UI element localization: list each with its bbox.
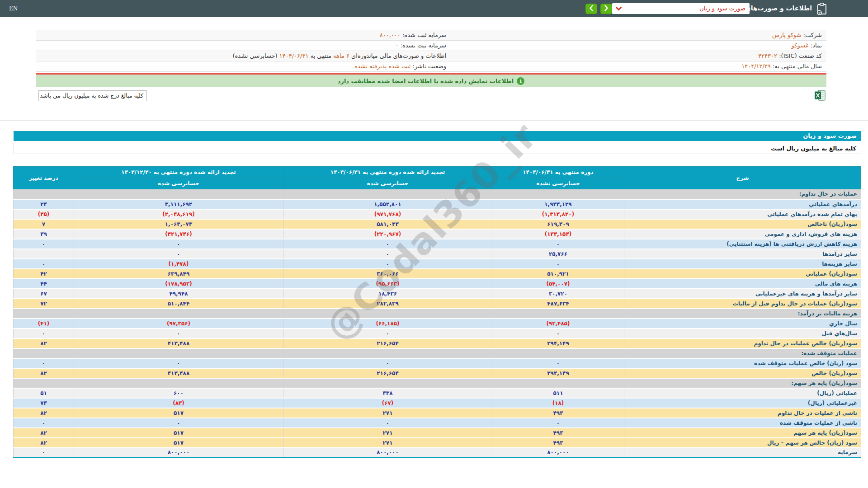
restated-year-value: ۰ xyxy=(74,249,283,259)
row-label: سود (زيان) خالص عمليات متوقف شده xyxy=(624,358,861,368)
pct-change-value: ۴۴ xyxy=(14,279,74,289)
statement-data-row: سود(زيان) ناخالص۶۱۹,۳۰۹۵۸۱,۰۳۳۱,۰۶۳,۰۷۳۷ xyxy=(14,219,861,229)
row-label: ناشي از عمليات در حال تداوم xyxy=(624,408,861,418)
section-empty-cell xyxy=(492,378,624,388)
pct-change-value xyxy=(14,249,74,259)
statement-data-row: درآمدهاي عملياتي۱,۹۳۳,۱۲۹۱,۵۵۲,۸۰۱۳,۱۱۱,… xyxy=(14,199,861,209)
row-label: ساير هزينه‌ها xyxy=(624,259,861,269)
fiscal-year-label: سال مالی منتهی به: xyxy=(773,63,822,70)
pct-change-value: ۵۱ xyxy=(14,388,74,398)
fiscal-year-value: ۱۴۰۴/۱۲/۲۹ xyxy=(741,63,771,70)
statement-data-row: ناشي از عمليات متوقف شده۰۰۰۰ xyxy=(14,418,861,428)
info-row-symbol: نماد: غشوکو سرمایه ثبت نشده: ۰ xyxy=(36,41,826,51)
restated-mid-value: ۰ xyxy=(283,328,492,338)
statement-data-row: غيرعملياتي (ريال)(۱۸)(۶۷)(۸۳)۷۳ xyxy=(14,398,861,408)
section-empty-cell xyxy=(14,189,74,199)
current-period-value: ۲۵,۷۶۶ xyxy=(492,249,624,259)
unregistered-capital-value: ۰ xyxy=(395,42,398,49)
row-label: غيرعملياتي (ريال) xyxy=(624,398,861,408)
company-label: شرکت: xyxy=(803,32,822,38)
section-empty-cell xyxy=(492,189,624,199)
statement-type-selected-value: صورت سود و زیان xyxy=(699,5,745,12)
pct-change-value: ۷ xyxy=(14,219,74,229)
chevron-left-icon xyxy=(589,5,594,13)
restated-year-value: ۰ xyxy=(74,239,283,249)
restated-mid-value: ۲۱۶,۶۵۴ xyxy=(283,338,492,348)
restated-mid-value: ۳۳۸ xyxy=(283,388,492,398)
pct-change-value: ۳۹ xyxy=(14,229,74,239)
restated-year-value: ۵۱۷ xyxy=(74,408,283,418)
current-period-value: (۱۳۴,۱۵۴) xyxy=(492,229,624,239)
restated-mid-value: ۲۷۱ xyxy=(283,428,492,438)
codal-statement-page: اطلاعات و صورت‌های مالی میاندوره‌ای صورت… xyxy=(0,0,868,488)
restated-mid-value: ۱,۵۵۲,۸۰۱ xyxy=(283,199,492,209)
company-cell: شرکت: شوکو پارس xyxy=(451,30,826,40)
statement-unit-note: کلیه مبالغ به میلیون ریال است xyxy=(14,143,861,154)
statement-data-row: بهاي تمام شده درآمدهاي عملياتي(۱,۳۱۳,۸۲۰… xyxy=(14,209,861,219)
restated-mid-value: ۰ xyxy=(283,259,492,269)
section-empty-cell xyxy=(74,378,283,388)
section-empty-cell xyxy=(14,348,74,358)
row-label: سود(زيان) ناخالص xyxy=(624,219,861,229)
restated-year-value: ۴۱۳,۴۸۸ xyxy=(74,368,283,378)
column-header-restated-mid: تجدید ارائه شده دوره منتهی به ۱۴۰۳/۰۶/۳۱ xyxy=(283,167,492,178)
statement-data-row: ساير درآمدها و هزينه هاى غيرعملياتى۳۰,۷۲… xyxy=(14,289,861,299)
restated-year-value: ۳,۱۱۱,۶۹۲ xyxy=(74,199,283,209)
current-period-value: ۸۰۰,۰۰۰ xyxy=(492,448,624,458)
statement-data-row: سود(زيان) خالص۳۹۴,۱۴۹۲۱۶,۶۵۴۴۱۳,۴۸۸۸۲ xyxy=(14,368,861,378)
amounts-unit-note-box: کلیه مبالغ درج شده به میلیون ریال می باش… xyxy=(38,90,147,101)
chevron-right-icon xyxy=(604,5,609,13)
pct-change-value: ۰ xyxy=(14,239,74,249)
restated-mid-value: ۰ xyxy=(283,249,492,259)
pct-change-value: ۲۴ xyxy=(14,199,74,209)
statement-data-row: سال‌هاي قبل۰۰۰۰ xyxy=(14,328,861,338)
pct-change-value: ۸۲ xyxy=(14,408,74,418)
statement-data-row: سود(زيان) عملياتي۵۱۰,۹۲۱۳۶۰,۰۶۶۶۳۹,۸۴۹۴۲ xyxy=(14,269,861,279)
pct-change-value: ۰ xyxy=(14,418,74,428)
section-empty-cell xyxy=(492,348,624,358)
restated-mid-value: ۲۷۱ xyxy=(283,408,492,418)
current-period-value: (۱,۳۱۳,۸۲۰) xyxy=(492,209,624,219)
restated-year-value: ۰ xyxy=(74,328,283,338)
statement-section-row: سود(زيان) پايه هر سهم: xyxy=(14,378,861,388)
restated-year-value: (۱,۴۷۸) xyxy=(74,259,283,269)
statement-type-select[interactable]: صورت سود و زیان xyxy=(612,3,750,14)
registered-capital-value: ۸۰۰,۰۰۰ xyxy=(380,32,401,38)
restated-year-value: ۴۱۳,۴۸۸ xyxy=(74,338,283,348)
restated-mid-value: ۱۸,۴۳۶ xyxy=(283,289,492,299)
row-label: ساير درآمدها و هزينه هاى غيرعملياتى xyxy=(624,289,861,299)
current-period-value: ۴۹۳ xyxy=(492,428,624,438)
previous-statement-button[interactable] xyxy=(585,4,597,14)
symbol-cell: نماد: غشوکو xyxy=(451,41,826,51)
restated-year-value: (۲,۰۴۸,۶۱۹) xyxy=(74,209,283,219)
row-label: هزينه هاى فروش، ادارى و عمومى xyxy=(624,229,861,239)
row-label: عملياتي (ريال) xyxy=(624,388,861,398)
section-empty-cell xyxy=(74,348,283,358)
restated-year-value: ۰ xyxy=(74,358,283,368)
restated-mid-value: ۲۸۲,۸۳۹ xyxy=(283,299,492,309)
row-label: سود(زيان) خالص xyxy=(624,368,861,378)
restated-year-value: ۰ xyxy=(74,418,283,428)
current-period-value: ۰ xyxy=(492,328,624,338)
pct-change-value: (۳۵) xyxy=(14,209,74,219)
section-empty-cell xyxy=(14,378,74,388)
statement-data-row: سود(زيان) پايه هر سهم۴۹۳۲۷۱۵۱۷۸۲ xyxy=(14,428,861,438)
english-language-link[interactable]: EN xyxy=(9,5,18,12)
row-label: هزينه هاى مالى xyxy=(624,279,861,289)
statement-section-row: عملیات در حال تداوم: xyxy=(14,189,861,199)
restated-mid-value: (۶۷) xyxy=(283,398,492,408)
next-statement-button[interactable] xyxy=(600,4,612,14)
info-row-isic: کد صنعت (ISIC): ۴۲۴۳۰۲ اطلاعات و صورت‌ها… xyxy=(36,51,826,61)
period-cell: اطلاعات و صورت‌های مالی میاندوره‌ای ۶ ما… xyxy=(36,51,451,61)
row-label: سرمايه xyxy=(624,448,861,458)
row-label: سال جاري xyxy=(624,319,861,328)
statement-data-row: ساير هزينه‌ها۰۰(۱,۴۷۸)۰ xyxy=(14,259,861,269)
row-label: سود (زيان) خالص هر سهم – ريال xyxy=(624,438,861,448)
current-period-value: (۹۳,۴۸۵) xyxy=(492,319,624,328)
restated-mid-value: (۶۶,۱۸۵) xyxy=(283,319,492,328)
pct-change-value: ۸۲ xyxy=(14,428,74,438)
fiscal-year-cell: سال مالی منتهی به: ۱۴۰۴/۱۲/۲۹ xyxy=(451,61,826,71)
column-header-description: شرح xyxy=(624,167,861,189)
restated-mid-value: ۰ xyxy=(283,239,492,249)
excel-export-icon[interactable] xyxy=(815,90,826,101)
